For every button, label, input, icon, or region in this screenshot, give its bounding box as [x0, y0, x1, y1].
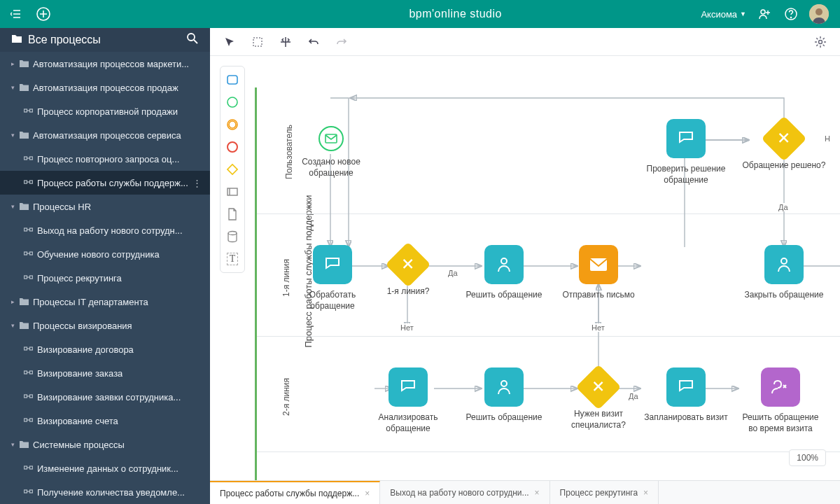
start-event[interactable]	[318, 126, 344, 151]
task-solve1[interactable]	[484, 245, 524, 284]
edge-yes-label: Да	[629, 392, 638, 400]
lasso-tool-icon[interactable]	[251, 35, 265, 49]
task-mail[interactable]	[579, 245, 618, 284]
tab[interactable]: Процесс работы службы поддерж...×	[210, 481, 380, 504]
process-icon	[24, 368, 33, 379]
tree-group[interactable]: ▾Процессы HR	[0, 195, 210, 218]
palette-event-orange-icon[interactable]	[226, 118, 239, 131]
task-check[interactable]	[666, 119, 706, 158]
gateway-resolved[interactable]	[761, 115, 806, 161]
tree-process[interactable]: Процесс работы службы поддерж...⋮	[0, 171, 210, 195]
tree-group[interactable]: ▸Автоматизация процессов маркети...	[0, 52, 210, 76]
user-avatar[interactable]	[809, 4, 829, 24]
svg-point-60	[501, 258, 507, 264]
process-icon	[24, 273, 33, 284]
task-visit[interactable]	[761, 368, 800, 407]
close-icon[interactable]: ×	[535, 488, 540, 498]
lane-label-line1: 1-я линия	[281, 259, 291, 297]
tree-group[interactable]: ▾Системные процессы	[0, 433, 210, 456]
svg-rect-43	[253, 38, 262, 46]
close-icon[interactable]: ×	[365, 489, 370, 498]
chevron-icon: ▸	[7, 60, 18, 67]
task-plan[interactable]	[666, 368, 706, 407]
process-icon	[24, 416, 33, 426]
task-solve2[interactable]	[484, 368, 524, 407]
folder-icon	[11, 34, 22, 46]
svg-point-5	[816, 8, 822, 15]
canvas-toolbar	[210, 28, 840, 56]
tree-process[interactable]: Процесс рекрутинга	[0, 266, 210, 290]
tree-group[interactable]: ▾Автоматизация процессов продаж	[0, 76, 210, 99]
svg-rect-35	[30, 419, 33, 421]
palette-gateway-icon[interactable]	[226, 163, 239, 176]
bpmn-diagram[interactable]: Процесс работы службы поддержки Пользова…	[210, 56, 840, 504]
tree-process[interactable]: Процесс повторного запроса оц...	[0, 147, 210, 171]
gateway-visit[interactable]	[575, 364, 621, 410]
svg-point-63	[501, 381, 507, 386]
palette-event-red-icon[interactable]	[226, 141, 239, 153]
svg-rect-34	[24, 419, 27, 421]
svg-rect-16	[24, 228, 27, 231]
svg-rect-17	[30, 228, 33, 231]
chevron-icon: ▾	[7, 132, 18, 139]
palette-lane-icon[interactable]	[226, 186, 239, 198]
palette-doc-icon[interactable]	[226, 208, 239, 220]
element-palette: T	[220, 66, 245, 273]
add-user-icon[interactable]	[756, 6, 773, 22]
select-tool-icon[interactable]	[223, 35, 237, 49]
tab[interactable]: Выход на работу нового сотрудни...×	[380, 481, 550, 504]
help-icon[interactable]	[783, 6, 799, 22]
tree-group[interactable]: ▸Процессы IT департамента	[0, 290, 210, 314]
task-analyze[interactable]	[388, 368, 428, 407]
tree-process[interactable]: Выход на работу нового сотрудн...	[0, 218, 210, 242]
sidebar-header: Все процессы	[0, 28, 210, 52]
process-icon	[24, 463, 33, 474]
tree-process[interactable]: Процесс корпоративной продажи	[0, 99, 210, 123]
settings-icon[interactable]	[813, 35, 827, 49]
folder-icon	[20, 83, 29, 93]
palette-task-icon[interactable]	[226, 74, 239, 86]
palette-event-green-icon[interactable]	[226, 96, 239, 108]
menu-collapse-icon[interactable]	[8, 6, 25, 22]
tree-process[interactable]: Визирование договора	[0, 337, 210, 361]
task-close[interactable]	[764, 245, 804, 284]
tree-process[interactable]: Визирование заявки сотрудника...	[0, 385, 210, 409]
task-handle[interactable]	[313, 245, 352, 284]
svg-rect-7	[24, 109, 27, 112]
svg-rect-22	[24, 276, 27, 279]
chevron-icon: ▾	[7, 322, 18, 329]
search-icon[interactable]	[186, 32, 199, 48]
process-icon	[24, 178, 33, 188]
tree-group[interactable]: ▾Процессы визирования	[0, 314, 210, 337]
tenant-selector[interactable]: Аксиома▼	[701, 9, 746, 20]
task-label: Обработать обращение	[290, 290, 374, 312]
task-label: Отправить письмо	[556, 290, 640, 301]
tree-process[interactable]: Визирование заказа	[0, 361, 210, 385]
tree-process[interactable]: Изменение данных о сотрудник...	[0, 456, 210, 480]
zoom-indicator[interactable]: 100%	[789, 449, 826, 466]
svg-point-1	[761, 10, 765, 14]
close-icon[interactable]: ×	[643, 488, 648, 498]
undo-icon[interactable]	[307, 35, 321, 49]
svg-rect-8	[30, 109, 33, 112]
chevron-icon: ▾	[7, 203, 18, 210]
pan-tool-icon[interactable]	[279, 35, 293, 49]
more-icon[interactable]: ⋮	[192, 178, 202, 188]
process-icon	[24, 392, 33, 402]
tree-process[interactable]: Обучение нового сотрудника	[0, 242, 210, 266]
tab[interactable]: Процесс рекрутинга×	[550, 481, 659, 504]
edge-no-label: Нет	[400, 323, 414, 332]
gateway-line1[interactable]	[385, 241, 430, 287]
process-icon	[24, 487, 33, 498]
palette-data-icon[interactable]	[226, 230, 239, 243]
add-icon[interactable]	[35, 6, 52, 22]
palette-text-icon[interactable]: T	[226, 253, 239, 265]
svg-rect-40	[24, 490, 27, 493]
folder-icon	[20, 202, 29, 212]
tree-process[interactable]: Визирование счета	[0, 409, 210, 433]
edge-yes-label: Да	[778, 203, 788, 211]
tree-group[interactable]: ▾Автоматизация процессов сервиса	[0, 123, 210, 147]
svg-rect-26	[30, 347, 33, 350]
tree-process[interactable]: Получение количества уведомле...	[0, 480, 210, 504]
redo-icon[interactable]	[335, 35, 349, 49]
